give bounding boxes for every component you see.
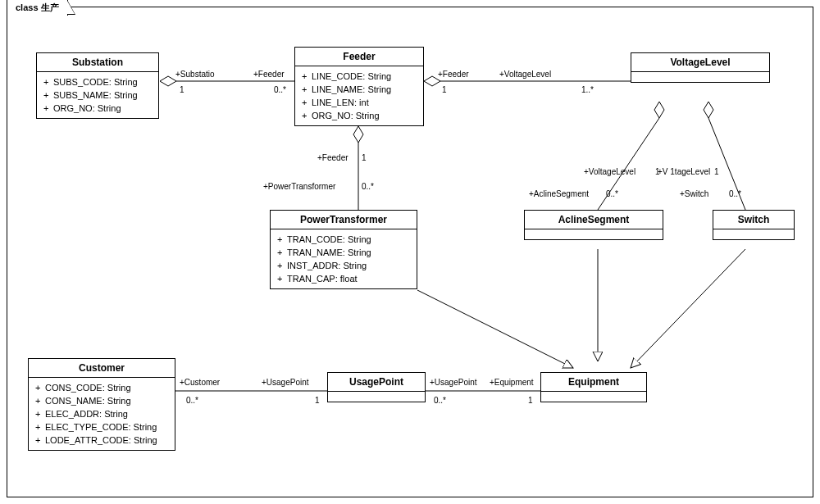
multiplicity-label: 1 bbox=[714, 167, 719, 176]
attribute: +ELEC_TYPE_CODE: String bbox=[35, 420, 168, 434]
class-switch: Switch bbox=[713, 210, 795, 240]
role-label: +Feeder bbox=[438, 70, 469, 79]
attribute: +LINE_LEN: int bbox=[302, 96, 417, 109]
attribute: +CONS_CODE: String bbox=[35, 381, 168, 394]
class-body bbox=[328, 392, 425, 402]
attribute: +INST_ADDR: String bbox=[277, 259, 410, 272]
class-title: VoltageLevel bbox=[631, 53, 769, 72]
class-title: Substation bbox=[37, 53, 158, 72]
role-label: +VoltageLevel bbox=[584, 167, 636, 176]
assoc-feeder-powertransformer bbox=[353, 126, 363, 210]
class-body bbox=[713, 229, 794, 239]
multiplicity-label: 0..* bbox=[434, 396, 446, 405]
class-usagepoint: UsagePoint bbox=[327, 372, 426, 402]
frame-title-text: class 生产 bbox=[16, 2, 59, 12]
multiplicity-label: 0..* bbox=[274, 85, 286, 94]
frame-title: class 生产 bbox=[7, 0, 68, 16]
class-body: +SUBS_CODE: String +SUBS_NAME: String +O… bbox=[37, 72, 158, 118]
multiplicity-label: 1 bbox=[442, 85, 447, 94]
class-body: +LINE_CODE: String +LINE_NAME: String +L… bbox=[295, 66, 423, 125]
attribute: +TRAN_CODE: String bbox=[277, 233, 410, 246]
class-body: +CONS_CODE: String +CONS_NAME: String +E… bbox=[29, 378, 175, 450]
attribute: +TRAN_NAME: String bbox=[277, 246, 410, 259]
class-title: AclineSegment bbox=[525, 211, 663, 229]
role-label: +Switch bbox=[680, 189, 708, 198]
class-body: +TRAN_CODE: String +TRAN_NAME: String +I… bbox=[271, 229, 417, 288]
role-label: +AclineSegment bbox=[529, 189, 589, 198]
class-title: PowerTransformer bbox=[271, 211, 417, 229]
attribute: +LINE_CODE: String bbox=[302, 70, 417, 83]
attribute: +SUBS_CODE: String bbox=[43, 75, 152, 89]
class-customer: Customer +CONS_CODE: String +CONS_NAME: … bbox=[28, 358, 175, 451]
role-label: +UsagePoint bbox=[430, 378, 477, 387]
role-label: +Substatio bbox=[175, 70, 215, 79]
role-label: +Customer bbox=[180, 378, 220, 387]
diagram-frame: class 生产 bbox=[7, 7, 813, 497]
attribute: +ORG_NO: String bbox=[43, 102, 152, 115]
class-powertransformer: PowerTransformer +TRAN_CODE: String +TRA… bbox=[270, 210, 417, 289]
class-title: Customer bbox=[29, 359, 175, 378]
class-feeder: Feeder +LINE_CODE: String +LINE_NAME: St… bbox=[294, 47, 424, 126]
gen-sw-equipment bbox=[631, 249, 745, 368]
multiplicity-label: 1 bbox=[180, 85, 184, 94]
attribute: +ORG_NO: String bbox=[302, 109, 417, 122]
attribute: +SUBS_NAME: String bbox=[43, 89, 152, 102]
attribute: +CONS_NAME: String bbox=[35, 394, 168, 407]
role-label: +UsagePoint bbox=[262, 378, 309, 387]
role-label: +V 1tageLevel bbox=[658, 167, 710, 176]
attribute: +LINE_NAME: String bbox=[302, 83, 417, 96]
multiplicity-label: 1 bbox=[362, 153, 367, 162]
class-substation: Substation +SUBS_CODE: String +SUBS_NAME… bbox=[36, 52, 159, 119]
class-body bbox=[541, 392, 646, 402]
class-title: Feeder bbox=[295, 48, 423, 66]
role-label: +Feeder bbox=[317, 153, 348, 162]
class-aclinesegment: AclineSegment bbox=[524, 210, 663, 240]
attribute: +ELEC_ADDR: String bbox=[35, 407, 168, 420]
class-title: Equipment bbox=[541, 373, 646, 392]
multiplicity-label: 0..* bbox=[606, 189, 618, 198]
gen-pt-equipment bbox=[417, 290, 573, 368]
role-label: +Equipment bbox=[490, 378, 534, 387]
class-voltagelevel: VoltageLevel bbox=[631, 52, 770, 83]
multiplicity-label: 1 bbox=[315, 396, 320, 405]
class-title: Switch bbox=[713, 211, 794, 229]
role-label: +Feeder bbox=[253, 70, 285, 79]
multiplicity-label: 0..* bbox=[362, 182, 374, 191]
multiplicity-label: 1..* bbox=[581, 85, 594, 94]
role-label: +VoltageLevel bbox=[499, 70, 551, 79]
multiplicity-label: 0..* bbox=[186, 396, 198, 405]
role-label: +PowerTransformer bbox=[263, 182, 335, 191]
class-equipment: Equipment bbox=[540, 372, 647, 402]
multiplicity-label: 1 bbox=[528, 396, 533, 405]
attribute: +LODE_ATTR_CODE: String bbox=[35, 434, 168, 447]
class-body bbox=[631, 72, 769, 82]
attribute: +TRAN_CAP: float bbox=[277, 272, 410, 285]
multiplicity-label: 0..* bbox=[729, 189, 741, 198]
class-body bbox=[525, 229, 663, 239]
class-title: UsagePoint bbox=[328, 373, 425, 392]
